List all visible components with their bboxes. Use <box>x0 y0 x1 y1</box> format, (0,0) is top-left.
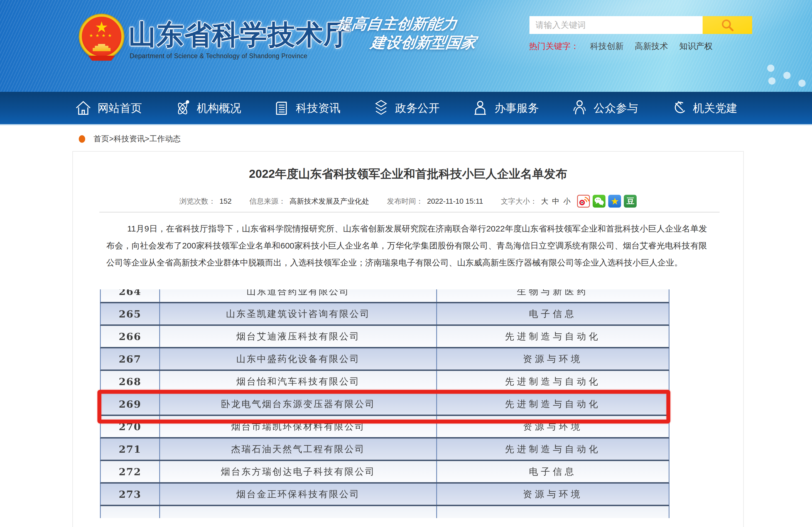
article-body: 11月9日，在省科技厅指导下，山东省科学院情报研究所、山东省创新发展研究院在济南… <box>106 220 707 271</box>
news-icon <box>273 99 290 117</box>
hot-keywords-row: 热门关键字： 科技创新 高新技术 知识产权 <box>529 41 713 52</box>
row-number: 270 <box>101 416 159 437</box>
home-icon <box>75 99 92 117</box>
article-meta-row: 浏览次数： 152 信息来源： 高新技术发展及产业化处 发布时间： 2022-1… <box>73 195 743 208</box>
site-subtitle: Department of Science & Technology of Sh… <box>130 52 307 60</box>
emblem-ribbon <box>88 56 115 61</box>
company-name: 山东中盛药化设备有限公司 <box>159 348 436 369</box>
service-icon <box>472 99 489 117</box>
wechat-icon <box>594 195 605 207</box>
decor-dot <box>783 72 791 79</box>
company-name: 山东圣凯建筑设计咨询有限公司 <box>159 303 436 324</box>
industry-category: 电子信息 <box>436 303 669 324</box>
company-name: 山东道合药业有限公司 <box>159 289 436 302</box>
time-label: 发布时间： <box>387 196 423 206</box>
row-number: 273 <box>101 484 159 505</box>
company-name: 烟台金正环保科技有限公司 <box>159 484 436 505</box>
row-number: 267 <box>101 348 159 369</box>
national-emblem-logo: ★ ★★★★ <box>79 14 124 58</box>
weibo-icon <box>578 195 589 207</box>
nav-item-gov-affairs[interactable]: 政务公开 <box>373 99 440 117</box>
source-value: 高新技术发展及产业化处 <box>290 196 369 206</box>
hot-keyword-link[interactable]: 科技创新 <box>590 41 624 52</box>
company-name: 烟台怡和汽车科技有限公司 <box>159 371 436 392</box>
source-label: 信息来源： <box>249 196 286 206</box>
emblem-star-icon: ★ <box>82 19 121 34</box>
meta-views: 浏览次数： 152 <box>179 196 232 206</box>
nav-item-tech-news[interactable]: 科技资讯 <box>273 99 340 117</box>
search-icon <box>720 17 735 32</box>
breadcrumb-path[interactable]: 首页>科技资讯>工作动态 <box>93 134 181 144</box>
meta-source: 信息来源： 高新技术发展及产业化处 <box>249 196 369 206</box>
decor-dot <box>768 77 775 85</box>
industry-category: 先进制造与自动化 <box>436 393 669 414</box>
nav-label: 网站首页 <box>98 100 142 116</box>
industry-category: 先进制造与自动化 <box>436 326 669 347</box>
share-qzone-button[interactable]: ★ <box>608 195 621 208</box>
nav-item-public-participation[interactable]: 公众参与 <box>571 99 638 117</box>
nav-label: 政务公开 <box>395 100 440 116</box>
row-number: 265 <box>101 303 159 324</box>
industry-category: 资源与环境 <box>436 416 669 437</box>
table-row: 264 山东道合药业有限公司 生物与新医药 <box>100 289 669 303</box>
row-number: 271 <box>101 439 159 460</box>
breadcrumb-dot-icon <box>79 135 85 143</box>
fontsize-small-button[interactable]: 小 <box>563 196 570 206</box>
party-icon <box>670 99 687 117</box>
row-number: 266 <box>101 326 159 347</box>
row-number: 272 <box>101 461 159 482</box>
table-row-highlighted: 269 卧龙电气烟台东源变压器有限公司 先进制造与自动化 <box>100 393 669 416</box>
table-row: 272 烟台东方瑞创达电子科技有限公司 电子信息 <box>100 461 669 484</box>
nav-item-home[interactable]: 网站首页 <box>75 99 142 117</box>
atom-icon <box>174 99 191 117</box>
fontsize-medium-button[interactable]: 中 <box>552 196 559 206</box>
breadcrumb: 首页>科技资讯>工作动态 <box>79 134 181 144</box>
meta-fontsize: 文字大小： 大 中 小 <box>501 196 570 206</box>
industry-category: 先进制造与自动化 <box>436 439 669 460</box>
decor-dot <box>767 64 774 72</box>
industry-category: 生物与新医药 <box>436 289 669 302</box>
page: ★ ★★★★ 山东省科学技术厅 Department of Science & … <box>0 0 812 527</box>
nav-label: 公众参与 <box>594 100 638 116</box>
article-panel: 2022年度山东省科技领军企业和首批科技小巨人企业名单发布 浏览次数： 152 … <box>72 151 744 527</box>
industry-category <box>436 506 669 518</box>
fontsize-label: 文字大小： <box>501 196 537 206</box>
search-button[interactable] <box>702 16 752 34</box>
table-row: 266 烟台艾迪液压科技有限公司 先进制造与自动化 <box>100 326 669 348</box>
nav-item-organization[interactable]: 机构概况 <box>174 99 241 117</box>
row-number: 268 <box>101 371 159 392</box>
table-row: 267 山东中盛药化设备有限公司 资源与环境 <box>100 348 669 371</box>
site-slogan: 提高自主创新能力 建设创新型国家 <box>333 16 480 51</box>
table-row: 271 杰瑞石油天然气工程有限公司 先进制造与自动化 <box>100 439 669 461</box>
company-name: 烟台东方瑞创达电子科技有限公司 <box>159 461 436 482</box>
row-number: 264 <box>101 289 159 302</box>
douban-icon: 豆 <box>626 196 634 206</box>
nav-item-party-building[interactable]: 机关党建 <box>670 99 737 117</box>
fontsize-large-button[interactable]: 大 <box>541 196 548 206</box>
nav-label: 机关党建 <box>693 100 737 116</box>
table-row: 270 烟台市瑞凯环保材料有限公司 资源与环境 <box>100 416 669 439</box>
site-header: ★ ★★★★ 山东省科学技术厅 Department of Science & … <box>0 0 812 92</box>
site-title: 山东省科学技术厅 <box>129 17 351 54</box>
industry-category: 资源与环境 <box>436 348 669 369</box>
meta-divider <box>99 212 720 213</box>
table-row: 268 烟台怡和汽车科技有限公司 先进制造与自动化 <box>100 371 669 393</box>
share-weibo-button[interactable] <box>577 195 590 208</box>
main-nav: 网站首页 机构概况 科技资讯 <box>0 92 812 125</box>
hot-keyword-link[interactable]: 知识产权 <box>679 41 713 52</box>
views-label: 浏览次数： <box>179 196 216 206</box>
company-name <box>159 506 436 518</box>
people-icon <box>571 99 588 117</box>
company-list-table-image: 264 山东道合药业有限公司 生物与新医药 265 山东圣凯建筑设计咨询有限公司… <box>100 289 669 518</box>
time-value: 2022-11-10 15:11 <box>427 197 483 206</box>
slogan-line-1: 提高自主创新能力 <box>336 16 480 32</box>
decor-dot <box>798 79 806 87</box>
share-douban-button[interactable]: 豆 <box>624 195 637 208</box>
search-input[interactable] <box>530 16 702 34</box>
row-number <box>101 506 159 518</box>
nav-item-services[interactable]: 办事服务 <box>472 99 539 117</box>
slogan-line-2: 建设创新型国家 <box>370 34 477 50</box>
hot-keyword-link[interactable]: 高新技术 <box>635 41 668 52</box>
share-wechat-button[interactable] <box>593 195 606 208</box>
table-row-partial <box>100 506 669 518</box>
